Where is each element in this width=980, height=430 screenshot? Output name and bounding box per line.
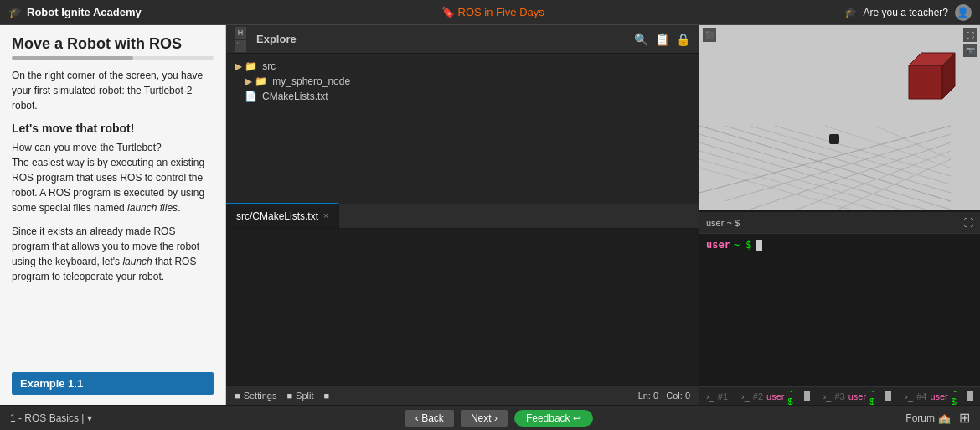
explorer-title: Explore — [256, 33, 297, 45]
bottom-nav-right: Forum 🏫 ⊞ — [905, 410, 970, 426]
dot-btn[interactable]: ■ — [323, 391, 329, 401]
tab1-prefix: ›_ — [706, 391, 714, 402]
lesson-subheading: Let's move that robot! — [12, 122, 214, 135]
user-avatar[interactable]: 👤 — [955, 4, 972, 21]
files-icon[interactable]: 📋 — [655, 33, 669, 46]
tab3-user: user — [848, 391, 866, 402]
tab1-num: #1 — [718, 391, 728, 402]
viewport-fullscreen-icon[interactable]: ⛶ — [963, 28, 977, 42]
resize-icon-square[interactable]: ⬛ — [235, 40, 246, 52]
terminal-line-1: user ~ $ — [706, 239, 973, 251]
resize-icon-h[interactable]: H — [235, 27, 246, 39]
forum-label: Forum — [905, 412, 935, 424]
forum-button[interactable]: Forum 🏫 — [905, 412, 951, 424]
lesson-para1: On the right corner of the screen, you h… — [12, 68, 214, 113]
tab-close-icon[interactable]: × — [323, 211, 328, 220]
tab3-block — [885, 391, 891, 401]
term-prompt-1: user — [706, 239, 730, 251]
folder-my-sphero-node[interactable]: ▶ 📁 my_sphero_node — [226, 74, 699, 89]
course-title-area: 🔖 ROS in Five Days — [441, 6, 544, 18]
term-dollar-1: ~ $ — [734, 239, 752, 251]
tab-filename: src/CMakeLists.txt — [236, 210, 318, 222]
search-icon[interactable]: 🔍 — [634, 33, 648, 46]
lesson-para3: Since it exists an already made ROS prog… — [12, 224, 214, 284]
file-cmakeLists[interactable]: 📄 CMakeLists.txt — [226, 89, 699, 104]
course-title: ROS in Five Days — [458, 6, 544, 18]
tab4-num: #4 — [916, 391, 926, 402]
tab3-dollar: ~ $ — [869, 386, 882, 406]
progress-bar — [12, 56, 133, 60]
split-btn[interactable]: ■ Split — [286, 391, 313, 401]
folder-icon-sphero: ▶ 📁 — [245, 75, 267, 87]
editor-area[interactable] — [226, 229, 699, 386]
split-square-icon: ■ — [286, 391, 292, 401]
robot-small — [829, 134, 839, 144]
lock-icon[interactable]: 🔒 — [676, 33, 690, 46]
dot-icon: ■ — [323, 391, 329, 401]
file-icon-cmake: 📄 — [245, 91, 257, 102]
right-panel: ⬛ ⛶ 📷 — [699, 25, 980, 405]
term-cursor-1 — [756, 240, 762, 251]
settings-btn[interactable]: ■ Settings — [235, 391, 276, 401]
terminal-header: user ~ $ ⛶ — [699, 212, 980, 234]
top-bar: 🎓 Robot Ignite Academy 🔖 ROS in Five Day… — [0, 0, 980, 25]
viewport: ⬛ ⛶ 📷 — [699, 25, 980, 212]
svg-marker-17 — [909, 65, 942, 99]
section-dropdown-icon[interactable]: ▾ — [87, 412, 92, 424]
terminal-tab-bar: ›_ #1 ›_ #2 user ~ $ ›_ #3 user ~ $ — [699, 386, 980, 405]
middle-panel: ⬛ H ⬛ C Explore 🔍 📋 🔒 ▶ 📁 src ▶ 📁 — [226, 25, 699, 405]
viewport-expand-icon[interactable]: ⬛ — [703, 28, 716, 42]
tab2-user: user — [766, 391, 784, 402]
mortarboard-icon: 🎓 — [8, 6, 22, 18]
tab3-num: #3 — [834, 391, 844, 402]
forum-icon: 🏫 — [938, 412, 951, 424]
folder-src-label: src — [262, 60, 276, 72]
grid-view-icon[interactable]: ⊞ — [959, 410, 970, 426]
terminal-body[interactable]: user ~ $ — [699, 234, 980, 386]
app-title-area: 🎓 Robot Ignite Academy — [8, 6, 142, 18]
file-tree: ▶ 📁 src ▶ 📁 my_sphero_node 📄 CMakeLists.… — [226, 54, 699, 204]
terminal-tab-1[interactable]: ›_ #1 — [699, 387, 735, 405]
tab2-num: #2 — [753, 391, 763, 402]
lesson-para2: How can you move the Turtlebot?The easie… — [12, 140, 214, 215]
progress-bar-container — [12, 56, 214, 60]
settings-square-icon: ■ — [235, 391, 240, 401]
next-button[interactable]: Next › — [461, 410, 508, 427]
bottom-nav: 1 - ROS Basics | ▾ ‹ Back Next › Feedbac… — [0, 405, 980, 430]
status-bar-left: ■ Settings ■ Split ■ — [235, 391, 329, 401]
viewport-camera-icon[interactable]: 📷 — [963, 44, 977, 57]
feedback-button[interactable]: Feedback ↩ — [514, 410, 593, 427]
example-box[interactable]: Example 1.1 — [12, 372, 214, 395]
cube-svg — [896, 40, 972, 116]
tab4-user: user — [930, 391, 947, 402]
folder-src[interactable]: ▶ 📁 src — [226, 59, 699, 74]
status-position: Ln: 0 · Col: 0 — [638, 391, 690, 401]
bottom-nav-section: 1 - ROS Basics | ▾ — [10, 412, 92, 424]
back-button[interactable]: ‹ Back — [405, 410, 454, 427]
settings-label: Settings — [244, 391, 277, 401]
teacher-label: Are you a teacher? — [864, 7, 948, 18]
tab3-prefix: ›_ — [823, 391, 832, 402]
terminal-close-icon[interactable]: ⛶ — [963, 217, 973, 229]
tab2-block — [804, 391, 810, 401]
tab4-prefix: ›_ — [905, 391, 913, 402]
terminal-tab-2[interactable]: ›_ #2 user ~ $ — [735, 387, 817, 405]
explorer-header: ⬛ H ⬛ C Explore 🔍 📋 🔒 — [226, 25, 699, 54]
tab-cmake[interactable]: src/CMakeLists.txt × — [226, 203, 339, 228]
terminal-tab-3[interactable]: ›_ #3 user ~ $ — [817, 387, 899, 405]
app-title: Robot Ignite Academy — [27, 6, 142, 18]
teacher-area[interactable]: 🎓 Are you a teacher? 👤 — [844, 4, 972, 21]
terminal-panel: user ~ $ ⛶ user ~ $ ›_ #1 ›_ #2 — [699, 212, 980, 405]
3d-cube — [896, 40, 972, 118]
bottom-nav-center: ‹ Back Next › Feedback ↩ — [405, 410, 593, 427]
terminal-tab-4[interactable]: ›_ #4 user ~ $ — [898, 387, 980, 405]
main-area: Move a Robot with ROS On the right corne… — [0, 25, 980, 405]
tab4-dollar: ~ $ — [952, 386, 964, 406]
bookmark-icon: 🔖 — [441, 6, 455, 18]
file-cmake-label: CMakeLists.txt — [262, 91, 328, 102]
split-label: Split — [296, 391, 313, 401]
tab2-dollar: ~ $ — [787, 386, 800, 406]
lesson-panel: Move a Robot with ROS On the right corne… — [0, 25, 226, 405]
status-bar: ■ Settings ■ Split ■ Ln: 0 · Col: 0 — [226, 385, 699, 405]
folder-icon-src: ▶ 📁 — [235, 60, 257, 72]
